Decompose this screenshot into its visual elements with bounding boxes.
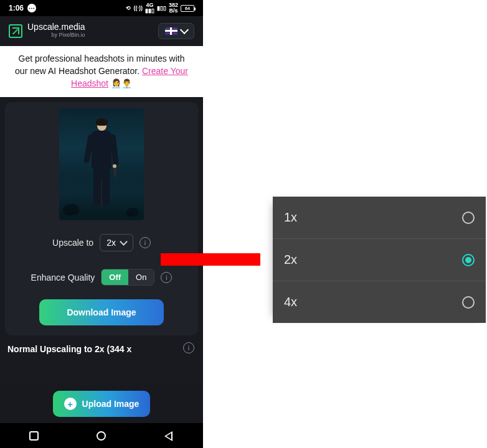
option-label: 4x: [284, 295, 297, 309]
status-time: 1:06: [9, 4, 24, 12]
radio-icon: [462, 296, 475, 309]
enhance-label: Enhance Quality: [31, 273, 95, 282]
promo-line2-pre: our new AI Headshot Generator.: [15, 66, 142, 76]
signal-secondary-icon: ▮▯▯: [157, 5, 166, 11]
radio-icon: [462, 212, 475, 224]
enhance-toggle[interactable]: Off On: [101, 269, 154, 286]
upscale-row: Upscale to 2x i: [14, 234, 189, 251]
enhance-row: Enhance Quality Off On i: [14, 269, 189, 286]
battery-icon: 64: [181, 5, 194, 12]
promo-link-b[interactable]: Headshot: [71, 78, 108, 88]
info-icon[interactable]: i: [161, 272, 172, 283]
upload-button[interactable]: + Upload Image: [53, 391, 151, 417]
language-selector[interactable]: [158, 23, 194, 39]
status-row: Normal Upscaling to 2x (344 x i: [5, 342, 198, 354]
upload-bar: + Upload Image: [0, 385, 203, 423]
brand-title: Upscale.media: [27, 23, 85, 31]
plus-icon: +: [64, 398, 77, 410]
app-header: Upscale.media by PixelBin.io: [0, 16, 203, 46]
result-card: Upscale to 2x i Enhance Quality Off On i…: [5, 102, 198, 335]
signal-icon: ▮▮▯: [145, 8, 154, 14]
brand-logo-icon: [9, 24, 22, 38]
link-icon: ⟲: [126, 5, 131, 11]
upscale-label: Upscale to: [52, 238, 93, 248]
download-button[interactable]: Download Image: [39, 299, 164, 325]
option-label: 2x: [284, 253, 297, 267]
option-4x[interactable]: 4x: [273, 281, 486, 323]
phone-frame: 1:06 ⋯ ⟲ ((·)) 4G ▮▮▯ ▮▯▯ 382 B/s 64 Ups…: [0, 0, 203, 448]
promo-emoji: 👩‍💼👨‍💼: [111, 78, 132, 88]
info-icon[interactable]: i: [183, 342, 194, 353]
radio-selected-icon: [462, 254, 475, 266]
promo-link-a[interactable]: Create Your: [142, 66, 188, 76]
notification-icon: ⋯: [27, 4, 36, 12]
chevron-down-icon: [120, 238, 128, 246]
annotation-arrow: [161, 253, 260, 266]
status-bar: 1:06 ⋯ ⟲ ((·)) 4G ▮▮▯ ▮▯▯ 382 B/s 64: [0, 0, 203, 16]
nav-home-icon[interactable]: [97, 431, 106, 441]
flag-uk-icon: [165, 27, 177, 35]
promo-line1: Get professional headshots in minutes wi…: [19, 54, 185, 63]
android-navbar: [0, 423, 203, 448]
upscale-select[interactable]: 2x: [100, 234, 133, 251]
image-preview[interactable]: [59, 108, 144, 220]
nav-back-icon[interactable]: [164, 431, 174, 441]
upscale-options-popup: 1x 2x 4x: [273, 197, 486, 323]
upscale-value: 2x: [106, 238, 116, 248]
wifi-icon: ((·)): [133, 5, 143, 11]
brand-subtitle: by PixelBin.io: [27, 31, 85, 39]
info-icon[interactable]: i: [139, 237, 151, 248]
option-1x[interactable]: 1x: [273, 197, 486, 239]
upload-label: Upload Image: [82, 399, 139, 409]
brand[interactable]: Upscale.media by PixelBin.io: [9, 23, 85, 39]
option-label: 1x: [284, 210, 297, 225]
status-text: Normal Upscaling to 2x (344 x: [5, 342, 134, 354]
enhance-off[interactable]: Off: [102, 269, 128, 285]
data-rate-unit: B/s: [169, 8, 177, 14]
enhance-on[interactable]: On: [128, 269, 154, 285]
chevron-down-icon: [180, 26, 189, 34]
option-2x[interactable]: 2x: [273, 239, 486, 281]
nav-recent-icon[interactable]: [29, 431, 39, 441]
promo-banner: Get professional headshots in minutes wi…: [0, 46, 203, 97]
